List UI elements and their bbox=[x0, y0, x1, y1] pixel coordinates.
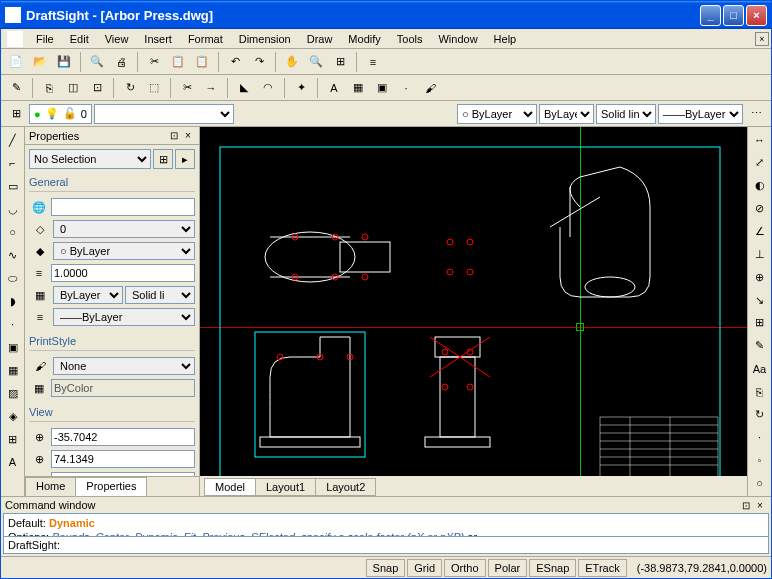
insert-block-tool[interactable]: ▣ bbox=[2, 336, 24, 358]
snap-mid-tool[interactable]: ◦ bbox=[749, 449, 771, 471]
menu-help[interactable]: Help bbox=[487, 31, 524, 47]
menu-file[interactable]: File bbox=[29, 31, 61, 47]
status-grid[interactable]: Grid bbox=[407, 559, 442, 577]
command-history[interactable]: Default: Dynamic Options: Bounds, Center… bbox=[3, 513, 769, 537]
lineweight-combo[interactable]: ByLayer bbox=[539, 104, 594, 124]
copy-entity-button[interactable]: ⎘ bbox=[38, 77, 60, 99]
dim-override-tool[interactable]: ⎘ bbox=[749, 381, 771, 403]
menu-insert[interactable]: Insert bbox=[137, 31, 179, 47]
hatch-tool[interactable]: ▨ bbox=[2, 382, 24, 404]
dim-radius-tool[interactable]: ◐ bbox=[749, 175, 771, 197]
rotate-button[interactable]: ↻ bbox=[119, 77, 141, 99]
fillet-button[interactable]: ◠ bbox=[257, 77, 279, 99]
menu-tools[interactable]: Tools bbox=[390, 31, 430, 47]
print-preview-button[interactable]: 🔍 bbox=[86, 51, 108, 73]
snap-end-tool[interactable]: · bbox=[749, 426, 771, 448]
redo-button[interactable]: ↷ bbox=[248, 51, 270, 73]
dim-linear-tool[interactable]: ↔ bbox=[749, 129, 771, 151]
prop-ltype1[interactable]: ByLayer bbox=[53, 286, 123, 304]
explode-button[interactable]: ✦ bbox=[290, 77, 312, 99]
select-button[interactable]: ▸ bbox=[175, 149, 195, 169]
zoom-extents-button[interactable]: ⊞ bbox=[329, 51, 351, 73]
maximize-button[interactable]: □ bbox=[723, 5, 744, 26]
note-button[interactable]: A bbox=[323, 77, 345, 99]
leader-tool[interactable]: ↘ bbox=[749, 289, 771, 311]
tab-layout1[interactable]: Layout1 bbox=[255, 478, 316, 496]
prop-scale[interactable] bbox=[51, 264, 195, 282]
scale-button[interactable]: ⬚ bbox=[143, 77, 165, 99]
dim-edit-tool[interactable]: ✎ bbox=[749, 335, 771, 357]
pan-button[interactable]: ✋ bbox=[281, 51, 303, 73]
mirror-button[interactable]: ◫ bbox=[62, 77, 84, 99]
prop-layer[interactable]: 0 bbox=[53, 220, 195, 238]
quick-select-button[interactable]: ⊞ bbox=[153, 149, 173, 169]
open-button[interactable]: 📂 bbox=[29, 51, 51, 73]
ellipse-arc-tool[interactable]: ◗ bbox=[2, 290, 24, 312]
tab-model[interactable]: Model bbox=[204, 478, 256, 496]
dim-diameter-tool[interactable]: ⊘ bbox=[749, 198, 771, 220]
selection-combo[interactable]: No Selection bbox=[29, 149, 151, 169]
line-tool[interactable]: ╱ bbox=[2, 129, 24, 151]
status-esnap[interactable]: ESnap bbox=[529, 559, 576, 577]
menu-draw[interactable]: Draw bbox=[300, 31, 340, 47]
status-ortho[interactable]: Ortho bbox=[444, 559, 486, 577]
cut-button[interactable]: ✂ bbox=[143, 51, 165, 73]
menu-format[interactable]: Format bbox=[181, 31, 230, 47]
prop-view-y[interactable] bbox=[51, 450, 195, 468]
status-etrack[interactable]: ETrack bbox=[578, 559, 626, 577]
command-pin-icon[interactable]: ⊡ bbox=[739, 498, 753, 512]
dim-update-tool[interactable]: ↻ bbox=[749, 404, 771, 426]
tab-layout2[interactable]: Layout2 bbox=[315, 478, 376, 496]
chamfer-button[interactable]: ◣ bbox=[233, 77, 255, 99]
mdi-close-button[interactable]: × bbox=[755, 32, 769, 46]
prop-blank[interactable] bbox=[51, 198, 195, 216]
prop-color[interactable]: ○ ByLayer bbox=[53, 242, 195, 260]
menu-dimension[interactable]: Dimension bbox=[232, 31, 298, 47]
snap-center-tool[interactable]: ○ bbox=[749, 472, 771, 494]
prop-ltype2[interactable]: Solid li bbox=[125, 286, 195, 304]
print-button[interactable]: 🖨 bbox=[110, 51, 132, 73]
prop-lw[interactable]: ——ByLayer bbox=[53, 308, 195, 326]
polyline-tool[interactable]: ⌐ bbox=[2, 152, 24, 174]
trim-button[interactable]: ✂ bbox=[176, 77, 198, 99]
layer-manager-button[interactable]: ⊞ bbox=[5, 103, 27, 125]
circle-tool[interactable]: ○ bbox=[2, 221, 24, 243]
ellipse-tool[interactable]: ⬭ bbox=[2, 267, 24, 289]
undo-button[interactable]: ↶ bbox=[224, 51, 246, 73]
prop-printstyle[interactable]: None bbox=[53, 357, 195, 375]
status-polar[interactable]: Polar bbox=[488, 559, 528, 577]
dim-aligned-tool[interactable]: ⤢ bbox=[749, 152, 771, 174]
lw-settings-button[interactable]: ⋯ bbox=[745, 103, 767, 125]
offset-button[interactable]: ⊡ bbox=[86, 77, 108, 99]
close-button[interactable]: × bbox=[746, 5, 767, 26]
new-button[interactable]: 📄 bbox=[5, 51, 27, 73]
dim-center-tool[interactable]: ⊕ bbox=[749, 266, 771, 288]
menu-view[interactable]: View bbox=[98, 31, 136, 47]
spline-tool[interactable]: ∿ bbox=[2, 244, 24, 266]
point-button[interactable]: · bbox=[395, 77, 417, 99]
properties-pin-icon[interactable]: ⊡ bbox=[167, 129, 181, 143]
copy-button[interactable]: 📋 bbox=[167, 51, 189, 73]
table-tool[interactable]: ⊞ bbox=[2, 428, 24, 450]
erase-button[interactable]: ✎ bbox=[5, 77, 27, 99]
dim-ordinate-tool[interactable]: ⊥ bbox=[749, 243, 771, 265]
paste-button[interactable]: 📋 bbox=[191, 51, 213, 73]
rect-tool[interactable]: ▭ bbox=[2, 175, 24, 197]
command-input[interactable] bbox=[64, 539, 764, 551]
linetype-combo[interactable]: Solid line bbox=[596, 104, 656, 124]
paint-button[interactable]: 🖌 bbox=[419, 77, 441, 99]
dim-angular-tool[interactable]: ∠ bbox=[749, 221, 771, 243]
make-block-tool[interactable]: ▦ bbox=[2, 359, 24, 381]
hatch-button[interactable]: ▦ bbox=[347, 77, 369, 99]
menu-modify[interactable]: Modify bbox=[341, 31, 387, 47]
zoom-window-button[interactable]: 🔍 bbox=[305, 51, 327, 73]
command-close-button[interactable]: × bbox=[753, 498, 767, 512]
status-snap[interactable]: Snap bbox=[366, 559, 406, 577]
dim-style-tool[interactable]: Aa bbox=[749, 358, 771, 380]
panel-tab-home[interactable]: Home bbox=[25, 477, 76, 496]
block-button[interactable]: ▣ bbox=[371, 77, 393, 99]
tolerance-tool[interactable]: ⊞ bbox=[749, 312, 771, 334]
color-combo[interactable]: ○ ByLayer bbox=[457, 104, 537, 124]
save-button[interactable]: 💾 bbox=[53, 51, 75, 73]
menu-edit[interactable]: Edit bbox=[63, 31, 96, 47]
